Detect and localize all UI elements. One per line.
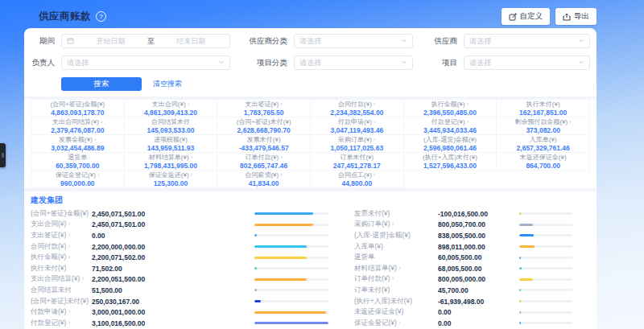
row-label: 订单未付(¥) <box>354 286 438 295</box>
row-value: 2,200,000,000.00 <box>92 243 203 251</box>
metric-label: 支出合同(¥)› <box>152 101 189 109</box>
date-range-input[interactable]: 开始日期 至 结束日期 <box>61 34 230 48</box>
group-row-left: 付款登记(¥)›3,100,016,500.00 <box>31 319 332 328</box>
row-label: 发票未付(¥) <box>354 209 438 219</box>
row-label[interactable]: 付款登记(¥)› <box>31 319 92 328</box>
metric-label: (合同+签证)未付(¥) <box>237 118 291 126</box>
group-row: 付款登记(¥)›3,100,016,500.00保证金登记(¥)›0.00 <box>31 318 590 329</box>
project-select[interactable]: 请选择 <box>464 56 590 70</box>
chevron-right-icon: › <box>391 220 394 228</box>
start-date-placeholder[interactable]: 开始日期 <box>77 36 144 47</box>
drawer-handle[interactable] <box>0 143 6 167</box>
row-bar <box>254 300 328 302</box>
metric-cell[interactable]: 材料结算单(¥)›1,798,431,995.00 <box>125 153 218 171</box>
row-label[interactable]: 合同付款(¥)› <box>31 242 92 252</box>
metric-cell[interactable]: 付款申请(¥)›3,047,119,493.46 <box>311 117 404 135</box>
row-label[interactable]: 保证金登记(¥)› <box>354 319 438 328</box>
row-bar <box>254 257 328 259</box>
metric-label: 合同点工(¥)› <box>338 171 375 179</box>
owner-select[interactable]: 请选择 <box>61 56 230 70</box>
chevron-right-icon: › <box>398 319 401 327</box>
row-value: 71,502.00 <box>92 265 203 273</box>
row-bar-fill <box>519 245 535 248</box>
group-row-right: 订单付款(¥)›800,005,000.00 <box>354 274 574 284</box>
metric-value: 2,396,550,485.00 <box>423 109 477 117</box>
row-bar <box>254 278 328 281</box>
group-row-left: (合同+签证)金额(¥)2,450,071,501.00 <box>31 209 332 219</box>
clear-search-link[interactable]: 清空搜索 <box>153 79 182 89</box>
row-label: 执行未付(¥) <box>31 264 92 273</box>
row-bar-fill <box>519 311 521 314</box>
metric-value: 145,093,533.00 <box>147 126 194 134</box>
row-value: 800,005,000.00 <box>438 275 515 283</box>
metric-cell[interactable]: 剩余预付款金额(¥)›373,082.00 <box>497 117 590 135</box>
row-value: 2,450,071,501.00 <box>92 210 203 218</box>
supplier-select[interactable]: 请选择 <box>464 34 590 48</box>
placeholder: 请选择 <box>67 58 89 68</box>
export-button[interactable]: 导出 <box>555 8 597 25</box>
row-label[interactable]: 执行金额(¥)› <box>31 253 92 262</box>
export-icon <box>563 13 571 21</box>
row-value: -100,016,500.00 <box>438 210 515 218</box>
end-date-placeholder[interactable]: 结束日期 <box>158 36 225 47</box>
row-label[interactable]: 订单付款(¥)› <box>354 274 438 284</box>
row-bar <box>254 245 328 248</box>
chevron-right-icon: › <box>68 242 70 250</box>
metric-value: 162,167,851.00 <box>519 109 567 117</box>
metric-label: 付款登记(¥)› <box>431 118 469 126</box>
metric-cell[interactable]: 采购订单(¥)›1,050,117,025.63 <box>311 135 404 153</box>
group-row-right: 发票未付(¥)-100,016,500.00 <box>354 209 574 219</box>
chevron-right-icon: › <box>374 171 376 179</box>
chevron-right-icon: › <box>68 253 70 261</box>
chevron-down-icon <box>218 59 225 67</box>
placeholder: 请选择 <box>299 36 321 47</box>
metric-cell[interactable]: 支出合同结算(¥)›2,379,476,087.00 <box>31 117 125 135</box>
metric-cell[interactable]: 执行金额(¥)›2,396,550,485.00 <box>404 100 497 117</box>
metric-cell[interactable]: 订单付款(¥)›802,665,747.46 <box>217 153 311 171</box>
metric-cell[interactable]: 付款登记(¥)›3,445,934,033.46 <box>404 117 497 135</box>
metric-label: 未返还保证金(¥) <box>520 154 567 162</box>
supplier-category-select[interactable]: 请选择 <box>294 34 413 48</box>
row-bar-fill <box>519 322 521 324</box>
metric-cell[interactable]: 保证金返还(¥)›125,300.00 <box>125 171 218 188</box>
metric-cell: (合同+签证)未付(¥)2,628,668,790.70 <box>217 117 311 135</box>
filter-label-project-category: 项目分类 <box>239 58 294 68</box>
row-label[interactable]: 支出合同结算(¥)› <box>31 274 92 284</box>
metric-label: 发票未付(¥) <box>247 136 281 144</box>
metric-label: 支出合同结算(¥)› <box>52 118 102 126</box>
group-row-right: 入库单(¥)898,011,000.00 <box>354 242 574 252</box>
metric-label: 发票金额(¥)› <box>59 136 96 144</box>
metric-label: 合同付款(¥)› <box>338 101 375 109</box>
group-row-right: (入库-退货)金额(¥)838,005,500.00 <box>354 231 574 241</box>
metrics-grid: (合同+签证)金额(¥)4,863,093,178.70支出合同(¥)›4,86… <box>31 99 590 188</box>
row-label[interactable]: 支出签证(¥)› <box>31 231 92 241</box>
metric-cell: 退货单60,359,700.00 <box>31 153 125 171</box>
project-category-select[interactable]: 请选择 <box>294 56 413 70</box>
metric-cell[interactable]: 支出签证(¥)›1,783,765.50 <box>217 100 311 117</box>
group-row: (合同+签证)金额(¥)2,450,071,501.00发票未付(¥)-100,… <box>31 208 590 220</box>
main-panel: 期间 开始日期 至 结束日期 供应商分类 请选择 供应商 <box>24 28 597 329</box>
filter-label-supplier-category: 供应商分类 <box>239 36 294 47</box>
customize-button[interactable]: 自定义 <box>502 8 551 25</box>
row-value: 800,050,700.00 <box>438 220 515 228</box>
customize-label: 自定义 <box>520 11 543 22</box>
row-label[interactable]: 付款申请(¥)› <box>31 307 92 317</box>
metric-value: 3,032,454,486.89 <box>51 144 104 152</box>
metric-cell[interactable]: 合同点工(¥)›44,800.00 <box>311 171 404 188</box>
search-button[interactable]: 搜索 <box>61 77 142 91</box>
metric-cell[interactable]: 保证金登记(¥)›990,000.00 <box>31 171 125 188</box>
filter-row-2: 负责人 请选择 项目分类 请选择 项目 请选择 <box>31 56 590 70</box>
row-bar <box>254 212 328 215</box>
metric-cell[interactable]: 合同付款(¥)›2,234,382,554.00 <box>311 100 404 117</box>
group-row: 执行未付(¥)71,502.00材料结算单(¥)›68,005,500.00 <box>31 263 590 274</box>
group-title[interactable]: 建发集团 <box>24 191 597 208</box>
metric-cell[interactable]: 发票金额(¥)›3,032,454,486.89 <box>31 135 125 153</box>
row-label[interactable]: 采购订单(¥)› <box>354 220 438 229</box>
row-label[interactable]: 支出合同(¥)› <box>31 220 92 229</box>
row-label: (执行+入库)未付(¥) <box>354 297 438 306</box>
metric-cell[interactable]: 支出合同(¥)›4,861,309,413.20 <box>125 100 218 117</box>
metric-cell[interactable]: 合同薪资(¥)›41,834.00 <box>217 171 311 188</box>
row-value: 68,005,500.00 <box>438 265 515 273</box>
metric-label: 执行未付(¥) <box>526 101 560 109</box>
row-label[interactable]: 材料结算单(¥)› <box>354 264 438 273</box>
